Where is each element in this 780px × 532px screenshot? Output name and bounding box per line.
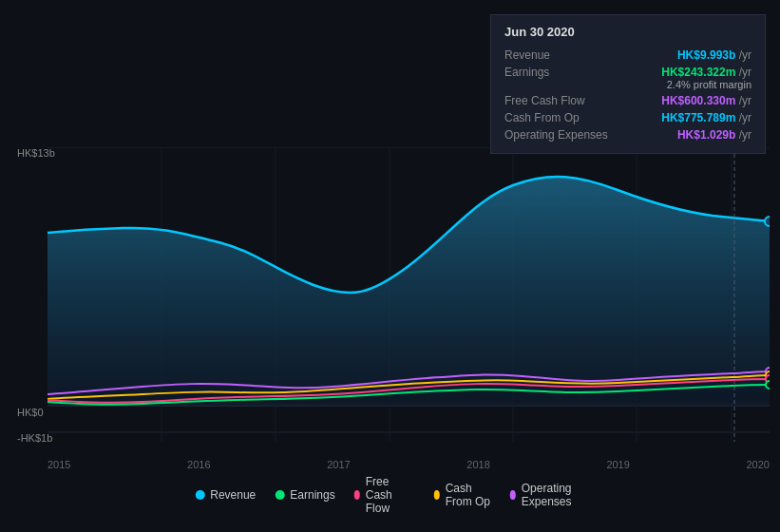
chart-legend: Revenue Earnings Free Cash Flow Cash Fro… [195,475,585,515]
legend-earnings-dot [275,490,284,500]
tooltip-cashop-row: Cash From Op HK$775.789m /yr [504,109,751,126]
x-label-2020: 2020 [746,459,769,470]
y-axis-zero-label: HK$0 [17,407,44,418]
tooltip-revenue-value: HK$9.993b /yr [628,48,751,62]
x-label-2018: 2018 [466,459,489,470]
legend-fcf-dot [354,490,360,500]
tooltip-earnings-value: HK$243.322m /yr [628,66,751,79]
tooltip-card: Jun 30 2020 Revenue HK$9.993b /yr Earnin… [490,14,766,154]
tooltip-cashop-label: Cash From Op [504,111,628,124]
tooltip-revenue-row: Revenue HK$9.993b /yr [504,47,751,64]
tooltip-margin: 2.4% profit margin [504,79,751,90]
legend-revenue[interactable]: Revenue [195,488,256,502]
legend-cashop[interactable]: Cash From Op [434,482,491,508]
x-label-2016: 2016 [187,459,210,470]
tooltip-revenue-label: Revenue [504,48,628,62]
legend-opex-dot [510,490,516,500]
legend-cashop-label: Cash From Op [446,482,491,508]
legend-earnings-label: Earnings [290,488,334,502]
x-label-2017: 2017 [327,459,350,470]
legend-fcf-label: Free Cash Flow [366,475,415,515]
svg-point-15 [766,381,770,389]
chart-container: Jun 30 2020 Revenue HK$9.993b /yr Earnin… [0,0,780,532]
legend-opex[interactable]: Operating Expenses [510,482,585,508]
x-label-2015: 2015 [48,459,70,470]
legend-revenue-label: Revenue [210,488,256,502]
legend-earnings[interactable]: Earnings [275,488,334,502]
tooltip-earnings-label: Earnings [504,66,628,79]
tooltip-opex-value: HK$1.029b /yr [628,128,751,142]
x-label-2019: 2019 [606,459,629,470]
legend-revenue-dot [195,490,204,500]
tooltip-opex-row: Operating Expenses HK$1.029b /yr [504,126,751,143]
legend-fcf[interactable]: Free Cash Flow [354,475,415,515]
legend-cashop-dot [434,490,440,500]
tooltip-opex-label: Operating Expenses [504,128,628,142]
tooltip-fcf-row: Free Cash Flow HK$600.330m /yr [504,92,751,109]
tooltip-date: Jun 30 2020 [504,25,751,39]
chart-svg [48,147,770,451]
x-axis: 2015 2016 2017 2018 2019 2020 [48,459,770,470]
legend-opex-label: Operating Expenses [522,482,585,508]
tooltip-fcf-label: Free Cash Flow [504,94,628,107]
tooltip-fcf-value: HK$600.330m /yr [628,94,751,107]
svg-point-11 [765,217,770,226]
tooltip-cashop-value: HK$775.789m /yr [628,111,751,124]
